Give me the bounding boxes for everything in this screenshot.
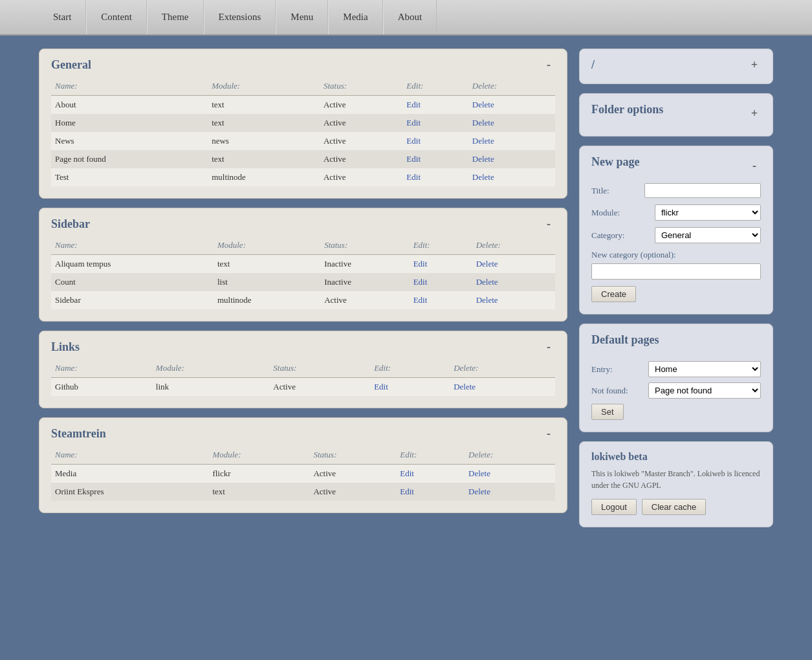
sidebar-col-edit: Edit: [410, 237, 472, 255]
delete-link[interactable]: Delete [468, 468, 490, 478]
logout-button[interactable]: Logout [591, 499, 637, 515]
row-status: Active [269, 378, 370, 397]
row-delete[interactable]: Delete [465, 483, 555, 501]
general-header: General - [51, 58, 555, 72]
row-edit[interactable]: Edit [396, 465, 465, 483]
row-status: Active [309, 483, 396, 501]
row-name: Test [51, 168, 208, 186]
table-row: Page not found text Active Edit Delete [51, 150, 555, 168]
edit-link[interactable]: Edit [406, 100, 421, 109]
edit-link[interactable]: Edit [413, 295, 428, 305]
new-category-input[interactable] [591, 263, 761, 280]
row-edit[interactable]: Edit [410, 291, 472, 309]
table-row: Test multinode Active Edit Delete [51, 168, 555, 186]
row-delete[interactable]: Delete [465, 465, 555, 483]
row-delete[interactable]: Delete [468, 114, 555, 132]
row-delete[interactable]: Delete [468, 132, 555, 150]
edit-link[interactable]: Edit [406, 136, 421, 146]
new-page-panel: New page - Title: Module: flickrtextnews… [579, 146, 773, 314]
edit-link[interactable]: Edit [406, 172, 421, 182]
row-delete[interactable]: Delete [468, 168, 555, 186]
sidebar-toggle[interactable]: - [542, 217, 555, 231]
edit-link[interactable]: Edit [413, 277, 428, 287]
title-input[interactable] [644, 183, 761, 198]
general-toggle[interactable]: - [542, 58, 555, 72]
nav-about[interactable]: About [383, 0, 437, 34]
edit-link[interactable]: Edit [406, 118, 421, 127]
beta-description: This is lokiweb "Master Branch". Lokiweb… [591, 468, 761, 491]
steamtrein-col-delete: Delete: [465, 447, 555, 465]
category-select[interactable]: GeneralSidebarLinksSteamtrein [655, 227, 761, 243]
clear-cache-button[interactable]: Clear cache [642, 499, 706, 515]
delete-link[interactable]: Delete [476, 259, 498, 269]
general-col-name: Name: [51, 78, 208, 96]
row-name: Home [51, 114, 208, 132]
edit-link[interactable]: Edit [400, 487, 414, 496]
delete-link[interactable]: Delete [476, 277, 498, 287]
folder-header: / + [591, 58, 761, 72]
row-delete[interactable]: Delete [472, 291, 555, 309]
row-delete[interactable]: Delete [468, 150, 555, 168]
row-name: Sidebar [51, 291, 214, 309]
module-label: Module: [591, 208, 650, 218]
delete-link[interactable]: Delete [472, 154, 494, 164]
edit-link[interactable]: Edit [400, 468, 414, 478]
steamtrein-toggle[interactable]: - [542, 427, 555, 441]
sidebar-col-module: Module: [214, 237, 320, 255]
row-module: text [208, 114, 320, 132]
row-edit[interactable]: Edit [402, 114, 468, 132]
links-col-status: Status: [269, 360, 370, 378]
row-delete[interactable]: Delete [472, 273, 555, 291]
nav-media[interactable]: Media [328, 0, 382, 34]
module-select[interactable]: flickrtextnewslistlinkmultinode [655, 204, 761, 221]
row-status: Active [320, 114, 402, 132]
default-pages-title: Default pages [591, 333, 659, 347]
row-delete[interactable]: Delete [450, 378, 555, 397]
folder-options-toggle[interactable]: + [748, 107, 761, 120]
not-found-select[interactable]: HomeAboutNewsPage not foundTest [648, 382, 761, 399]
row-delete[interactable]: Delete [472, 255, 555, 274]
links-toggle[interactable]: - [542, 340, 555, 354]
create-button[interactable]: Create [591, 286, 636, 302]
delete-link[interactable]: Delete [472, 172, 494, 182]
row-edit[interactable]: Edit [410, 255, 472, 274]
delete-link[interactable]: Delete [476, 295, 498, 305]
new-page-title: New page [591, 155, 640, 169]
edit-link[interactable]: Edit [374, 382, 388, 391]
links-title: Links [51, 340, 80, 354]
delete-link[interactable]: Delete [472, 118, 494, 127]
row-status: Active [320, 132, 402, 150]
new-page-toggle[interactable]: - [748, 159, 761, 173]
row-module: list [214, 273, 320, 291]
edit-link[interactable]: Edit [413, 259, 428, 269]
row-edit[interactable]: Edit [402, 96, 468, 115]
entry-select[interactable]: HomeAboutNewsPage not foundTest [648, 361, 761, 377]
steamtrein-header: Steamtrein - [51, 427, 555, 441]
row-module: multinode [208, 168, 320, 186]
folder-toggle[interactable]: + [748, 58, 761, 72]
beta-panel: lokiweb beta This is lokiweb "Master Bra… [579, 441, 773, 527]
delete-link[interactable]: Delete [468, 487, 490, 496]
row-edit[interactable]: Edit [410, 273, 472, 291]
delete-link[interactable]: Delete [454, 382, 476, 391]
row-edit[interactable]: Edit [402, 132, 468, 150]
nav-content[interactable]: Content [86, 0, 147, 34]
row-edit[interactable]: Edit [402, 168, 468, 186]
set-button[interactable]: Set [591, 404, 624, 420]
delete-link[interactable]: Delete [472, 136, 494, 146]
nav-start[interactable]: Start [39, 0, 86, 34]
general-title: General [51, 58, 91, 72]
row-status: Active [320, 96, 402, 115]
nav-menu[interactable]: Menu [276, 0, 328, 34]
general-col-module: Module: [208, 78, 320, 96]
delete-link[interactable]: Delete [472, 100, 494, 109]
nav-theme[interactable]: Theme [147, 0, 204, 34]
nav-extensions[interactable]: Extensions [204, 0, 276, 34]
row-delete[interactable]: Delete [468, 96, 555, 115]
row-edit[interactable]: Edit [402, 150, 468, 168]
main-container: General - Name: Module: Status: Edit: De… [0, 36, 812, 540]
row-edit[interactable]: Edit [396, 483, 465, 501]
title-row: Title: [591, 183, 761, 198]
row-edit[interactable]: Edit [370, 378, 450, 397]
edit-link[interactable]: Edit [406, 154, 421, 164]
